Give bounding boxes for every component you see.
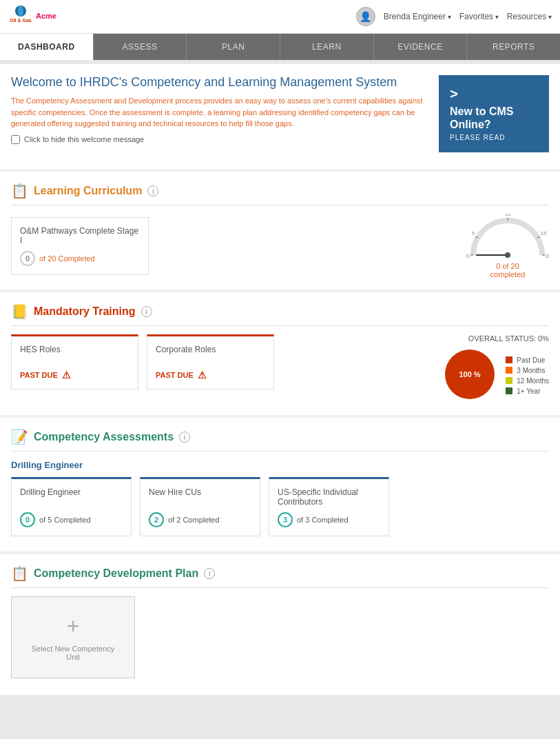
pie-svg: 100 % [442, 347, 497, 402]
competency-dev-plan-icon: 📋 [11, 565, 28, 582]
legend-dot-past-due [506, 356, 512, 363]
add-icon: + [67, 614, 80, 639]
cms-banner[interactable]: > New to CMS Online? PLEASE READ [439, 75, 549, 152]
resources-menu[interactable]: Resources [507, 12, 552, 21]
hide-welcome-checkbox[interactable]: Click to hide this welcome message [11, 135, 431, 144]
mandatory-training-section: 📒 Mandatory Training i HES Roles PAST DU… [0, 292, 560, 415]
learning-curriculum-header: 📋 Learning Curriculum i [11, 183, 549, 205]
training-card-hes[interactable]: HES Roles PAST DUE ⚠ [11, 334, 138, 389]
training-card-corporate-footer: PAST DUE ⚠ [156, 370, 265, 381]
tab-dashboard[interactable]: DASHBOARD [0, 34, 94, 60]
mandatory-training-title: Mandatory Training [34, 305, 136, 318]
tab-evidence[interactable]: EVIDENCE [374, 34, 468, 60]
legend-dot-3months [506, 367, 512, 374]
welcome-inner: Welcome to IHRDC's Competency and Learni… [11, 75, 549, 152]
select-new-competency-label: Select New Competency Unit [28, 645, 118, 661]
curriculum-card[interactable]: O&M Pathways Complete Stage I 0 of 20 Co… [11, 217, 149, 275]
comp-card-usspecific-title: US-Specific Individual Contributors [278, 487, 380, 507]
curriculum-card-footer: 0 of 20 Completed [20, 251, 140, 266]
training-card-hes-footer: PAST DUE ⚠ [20, 370, 129, 381]
comp-card-usspecific-footer: 3 of 3 Completed [278, 512, 380, 527]
competency-cards: Drilling Engineer 0 of 5 Completed New H… [11, 477, 549, 536]
tab-plan[interactable]: PLAN [187, 34, 280, 60]
learning-curriculum-info-icon[interactable]: i [147, 185, 158, 196]
comp-card-drilling-footer: 0 of 5 Completed [20, 512, 123, 527]
legend-dot-1year [506, 387, 512, 394]
hide-welcome-input[interactable] [11, 135, 20, 144]
comp-badge-usspecific: 3 [278, 512, 293, 527]
legend-12months: 12 Months [506, 377, 549, 385]
comp-card-newhire-footer: 2 of 2 Completed [149, 512, 251, 527]
svg-text:Oil & Gas: Oil & Gas [10, 18, 32, 23]
curriculum-completed-label: of 20 Completed [39, 254, 95, 263]
legend-dot-12months [506, 377, 512, 384]
comp-label-drilling: of 5 Completed [39, 516, 91, 524]
legend-1year: 1+ Year [506, 387, 549, 395]
svg-point-1 [18, 6, 23, 17]
competency-dev-plan-info-icon[interactable]: i [204, 568, 215, 579]
status-chart-inner: 100 % Past Due 3 Months [442, 347, 549, 404]
svg-text:20: 20 [546, 253, 549, 259]
comp-label-usspecific: of 3 Completed [297, 516, 349, 524]
logo-icon: Oil & Gas [8, 4, 33, 29]
welcome-title: Welcome to IHRDC's Competency and Learni… [11, 75, 431, 90]
logo-text: Acme [36, 12, 56, 21]
gauge-container: 0 5 10 15 20 0 of 20 [466, 214, 549, 279]
legend-label-1year: 1+ Year [517, 387, 540, 395]
comp-card-newhire-title: New Hire CUs [149, 487, 251, 497]
curriculum-badge: 0 [20, 251, 35, 266]
legend-label-12months: 12 Months [517, 377, 549, 385]
competency-role-title: Drilling Engineer [11, 460, 549, 470]
tab-assess[interactable]: ASSESS [94, 34, 187, 60]
training-card-corporate[interactable]: Corporate Roles PAST DUE ⚠ [147, 334, 274, 389]
legend-label-past-due: Past Due [517, 356, 545, 364]
svg-text:5: 5 [472, 230, 475, 236]
corporate-past-due-icon: ⚠ [198, 370, 207, 381]
legend-label-3months: 3 Months [517, 367, 545, 374]
competency-assessments-icon: 📝 [11, 429, 28, 445]
competency-assessments-info-icon[interactable]: i [179, 432, 190, 443]
legend-past-due: Past Due [506, 356, 549, 364]
competency-dev-plan-section: 📋 Competency Development Plan i + Select… [0, 554, 560, 695]
svg-text:100 %: 100 % [459, 370, 481, 378]
comp-card-usspecific[interactable]: US-Specific Individual Contributors 3 of… [269, 477, 389, 536]
favorites-menu[interactable]: Favorites [459, 12, 499, 21]
pie-chart: 100 % [442, 347, 497, 404]
training-content: HES Roles PAST DUE ⚠ Corporate Roles PAS… [11, 334, 549, 404]
training-card-hes-title: HES Roles [20, 345, 129, 354]
training-cards: HES Roles PAST DUE ⚠ Corporate Roles PAS… [11, 334, 274, 389]
tab-reports[interactable]: REPORTS [467, 34, 560, 60]
learning-curriculum-section: 📋 Learning Curriculum i O&M Pathways Com… [0, 172, 560, 290]
mandatory-training-header: 📒 Mandatory Training i [11, 303, 549, 326]
curriculum-card-title: O&M Pathways Complete Stage I [20, 226, 140, 245]
comp-label-newhire: of 2 Completed [168, 516, 220, 524]
gauge-svg: 0 5 10 15 20 [466, 214, 549, 262]
welcome-description: The Competency Assessment and Developmen… [11, 95, 431, 130]
curriculum-content: O&M Pathways Complete Stage I 0 of 20 Co… [11, 214, 549, 279]
comp-badge-newhire: 2 [149, 512, 164, 527]
select-new-competency-unit-button[interactable]: + Select New Competency Unit [11, 596, 135, 678]
main-content: Welcome to IHRDC's Competency and Learni… [0, 64, 560, 695]
hide-welcome-label: Click to hide this welcome message [24, 135, 144, 143]
comp-card-drilling-title: Drilling Engineer [20, 487, 123, 497]
logo: Oil & Gas Acme [8, 4, 56, 29]
training-card-corporate-title: Corporate Roles [156, 345, 265, 354]
cms-banner-title: New to CMS Online? [450, 105, 538, 131]
tab-learn[interactable]: LEARN [280, 34, 374, 60]
user-avatar: 👤 [356, 7, 375, 26]
comp-card-drilling[interactable]: Drilling Engineer 0 of 5 Completed [11, 477, 132, 536]
overall-status-label: OVERALL STATUS: 0% [468, 334, 549, 343]
hes-past-due-label: PAST DUE [20, 371, 58, 379]
competency-dev-plan-title: Competency Development Plan [34, 567, 198, 580]
comp-card-newhire[interactable]: New Hire CUs 2 of 2 Completed [140, 477, 260, 536]
status-legend: Past Due 3 Months 12 Months 1+ Year [506, 356, 549, 395]
mandatory-training-icon: 📒 [11, 303, 28, 320]
user-menu[interactable]: Brenda Engineer [384, 12, 451, 21]
welcome-section: Welcome to IHRDC's Competency and Learni… [0, 64, 560, 169]
corporate-past-due-label: PAST DUE [156, 371, 194, 379]
status-chart: OVERALL STATUS: 0% 100 % Past Due [442, 334, 549, 404]
mandatory-training-info-icon[interactable]: i [141, 306, 152, 317]
competency-assessments-section: 📝 Competency Assessments i Drilling Engi… [0, 418, 560, 551]
cms-banner-sub: PLEASE READ [450, 134, 505, 141]
nav-tabs: DASHBOARD ASSESS PLAN LEARN EVIDENCE REP… [0, 34, 560, 60]
